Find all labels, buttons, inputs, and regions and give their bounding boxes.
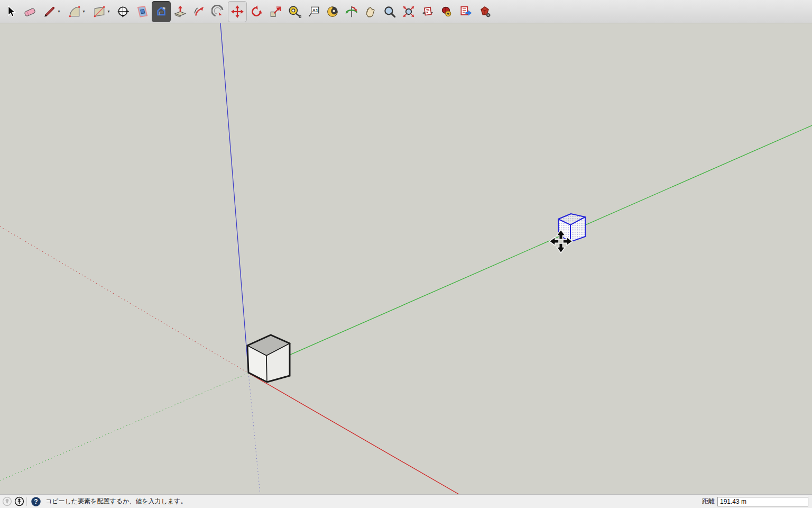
rectangle-icon — [93, 5, 106, 19]
viewport-canvas — [0, 23, 812, 494]
green-axis-negative-line — [0, 373, 248, 480]
model-attribution-button[interactable] — [14, 496, 24, 507]
offset-icon — [211, 5, 225, 19]
extension-warehouse-button[interactable] — [475, 1, 494, 22]
section-display-toggle-button[interactable] — [152, 1, 171, 22]
text-label-icon: A1 — [307, 5, 320, 19]
help-icon: ? — [31, 496, 41, 507]
text-tool-glyph: A1 — [312, 7, 318, 13]
offset-tool-button[interactable] — [209, 1, 228, 22]
send-to-layout-button[interactable] — [418, 1, 437, 22]
section-plane-tool-button[interactable] — [133, 1, 152, 22]
rotate-icon — [250, 5, 263, 19]
follow-me-icon — [192, 5, 206, 19]
status-message: コピーした要素を配置するか、値を入力します。 — [45, 497, 187, 506]
line-tool-button[interactable]: ▾ — [39, 1, 64, 22]
orbit-icon — [345, 5, 358, 19]
statusbar-divider — [26, 497, 27, 506]
arc-dropdown-caret[interactable]: ▾ — [82, 9, 85, 14]
arc-icon — [68, 5, 81, 19]
pan-tool-button[interactable] — [361, 1, 380, 22]
export-arrow-icon — [459, 5, 473, 19]
extension-warehouse-gem-icon — [478, 5, 492, 19]
tape-measure-tool-button[interactable] — [285, 1, 304, 22]
text-tool-button[interactable]: A1 — [304, 1, 323, 22]
protractor-tool-button[interactable] — [114, 1, 133, 22]
geolocation-button[interactable] — [2, 496, 12, 507]
paint-bucket-icon — [326, 5, 339, 19]
move-tool-button[interactable] — [228, 1, 247, 22]
3d-warehouse-icon — [440, 5, 454, 19]
status-bar: ? コピーした要素を配置するか、値を入力します。 距離 — [0, 494, 812, 508]
zoom-extents-tool-button[interactable] — [399, 1, 418, 22]
zoom-magnifier-icon — [383, 5, 396, 19]
attribution-person-icon — [14, 496, 24, 506]
geolocation-icon — [2, 496, 12, 506]
push-pull-icon — [173, 5, 187, 19]
3d-viewport[interactable] — [0, 23, 812, 494]
arc-tool-button[interactable]: ▾ — [64, 1, 89, 22]
line-dropdown-caret[interactable]: ▾ — [58, 9, 60, 14]
red-axis-negative-line — [0, 226, 248, 373]
section-cut-icon — [154, 5, 168, 19]
eraser-tool-button[interactable] — [20, 1, 39, 22]
scale-tool-button[interactable] — [266, 1, 285, 22]
blue-axis-negative-line — [248, 373, 260, 494]
export-model-button[interactable] — [456, 1, 475, 22]
pan-hand-icon — [364, 5, 377, 19]
push-pull-tool-button[interactable] — [171, 1, 190, 22]
shapes-dropdown-caret[interactable]: ▾ — [107, 9, 109, 14]
move-icon — [230, 5, 244, 19]
blue-axis-line — [220, 23, 248, 373]
section-plane-icon — [135, 5, 149, 19]
help-glyph: ? — [34, 498, 38, 505]
layout-document-icon — [421, 5, 435, 19]
select-tool-button[interactable] — [1, 1, 20, 22]
scale-icon — [269, 5, 282, 19]
eraser-icon — [23, 5, 36, 19]
3d-warehouse-button[interactable] — [437, 1, 456, 22]
help-button[interactable]: ? — [31, 496, 41, 507]
shapes-tool-button[interactable]: ▾ — [89, 1, 114, 22]
zoom-tool-button[interactable] — [380, 1, 399, 22]
green-axis-line — [248, 125, 812, 373]
select-arrow-icon — [4, 5, 17, 19]
tape-measure-icon — [288, 5, 301, 19]
orbit-tool-button[interactable] — [342, 1, 361, 22]
red-axis-line — [248, 373, 459, 494]
toolbar: ▾ ▾ ▾ — [0, 0, 812, 23]
zoom-extents-icon — [402, 5, 416, 19]
origin-cube[interactable] — [247, 335, 290, 382]
measurement-label: 距離 — [702, 497, 715, 506]
paint-bucket-tool-button[interactable] — [323, 1, 342, 22]
rotate-tool-button[interactable] — [247, 1, 266, 22]
measurement-input[interactable] — [717, 497, 808, 506]
protractor-icon — [116, 5, 130, 19]
pencil-icon — [43, 5, 57, 19]
follow-me-tool-button[interactable] — [190, 1, 209, 22]
